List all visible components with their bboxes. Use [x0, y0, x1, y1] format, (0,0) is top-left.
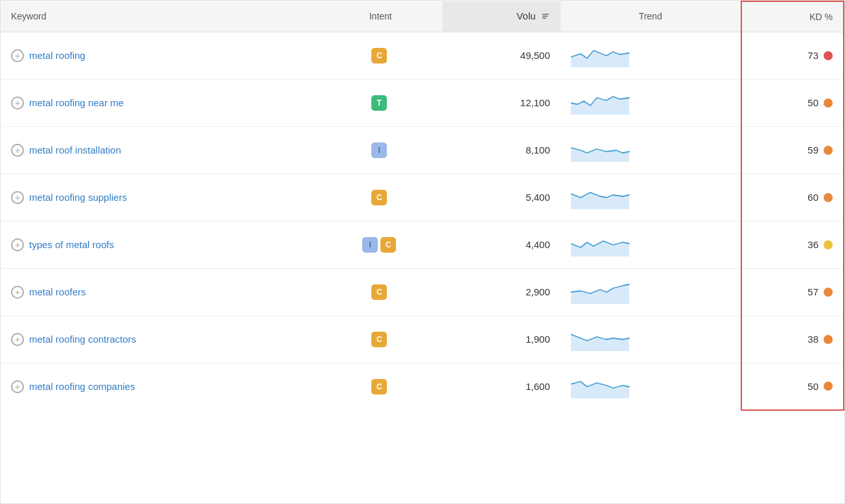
- kd-difficulty-dot: [824, 51, 833, 60]
- intent-cell: C: [318, 363, 443, 410]
- sparkline-chart: [571, 281, 632, 304]
- add-keyword-icon[interactable]: +: [11, 286, 24, 299]
- keyword-link[interactable]: metal roofing: [29, 50, 86, 61]
- kd-cell: 38: [741, 315, 844, 363]
- table-row: + metal roofing suppliers C5,400 60: [1, 174, 844, 221]
- keyword-link[interactable]: metal roofing companies: [29, 381, 135, 392]
- keyword-link[interactable]: metal roof installation: [29, 144, 121, 155]
- intent-badge-c: C: [371, 332, 387, 347]
- sparkline-chart: [571, 44, 632, 67]
- trend-cell: [561, 221, 741, 268]
- intent-cell: IC: [318, 221, 443, 268]
- kd-difficulty-dot: [824, 240, 833, 249]
- col-header-keyword: Keyword: [1, 1, 318, 32]
- trend-cell: [561, 79, 741, 126]
- col-header-trend: Trend: [561, 1, 741, 32]
- intent-badge-c: C: [371, 48, 387, 63]
- kd-difficulty-dot: [824, 146, 833, 155]
- table-row: + metal roofing near me T12,100 50: [1, 79, 844, 126]
- sparkline-chart: [571, 375, 632, 398]
- trend-cell: [561, 268, 741, 315]
- keyword-cell: + metal roofers: [1, 268, 318, 315]
- volume-sort-icon[interactable]: [541, 12, 550, 23]
- sparkline-chart: [571, 186, 632, 209]
- sparkline-chart: [571, 328, 632, 351]
- intent-cell: C: [318, 32, 443, 79]
- kd-cell: 60: [741, 174, 844, 221]
- add-keyword-icon[interactable]: +: [11, 49, 24, 62]
- volume-cell: 12,100: [443, 79, 561, 126]
- keyword-link[interactable]: types of metal roofs: [29, 239, 114, 250]
- sparkline-chart: [571, 91, 632, 115]
- kd-cell: 50: [741, 363, 844, 410]
- add-keyword-icon[interactable]: +: [11, 238, 24, 251]
- col-header-kd: KD %: [741, 1, 844, 32]
- volume-cell: 49,500: [443, 32, 561, 79]
- keyword-cell: + metal roofing: [1, 32, 318, 79]
- sparkline-chart: [571, 233, 632, 257]
- intent-badge-t: T: [371, 95, 387, 111]
- table-body: + metal roofing C49,500 73 + metal roofi…: [1, 32, 844, 410]
- kd-value: 60: [807, 192, 818, 203]
- kd-difficulty-dot: [824, 288, 833, 297]
- table-row: + metal roof installation I8,100 59: [1, 126, 844, 174]
- keyword-table-container: Keyword Intent Volu Tre: [0, 0, 845, 504]
- trend-cell: [561, 315, 741, 363]
- table-row: + metal roofing companies C1,600 50: [1, 363, 844, 410]
- keyword-cell: + types of metal roofs: [1, 221, 318, 268]
- add-keyword-icon[interactable]: +: [11, 380, 24, 393]
- kd-difficulty-dot: [824, 98, 833, 108]
- trend-cell: [561, 126, 741, 174]
- intent-cell: C: [318, 174, 443, 221]
- intent-badge-c: C: [371, 190, 387, 205]
- kd-cell: 73: [741, 32, 844, 79]
- kd-value: 38: [807, 334, 818, 345]
- add-keyword-icon[interactable]: +: [11, 333, 24, 346]
- intent-badge-i: I: [371, 143, 387, 158]
- intent-cell: C: [318, 268, 443, 315]
- table-row: + types of metal roofs IC4,400 36: [1, 221, 844, 268]
- keyword-cell: + metal roofing contractors: [1, 315, 318, 363]
- kd-difficulty-dot: [824, 335, 833, 344]
- intent-badge-c: C: [371, 284, 387, 300]
- kd-value: 73: [807, 50, 818, 61]
- keyword-link[interactable]: metal roofers: [29, 286, 86, 297]
- add-keyword-icon[interactable]: +: [11, 144, 24, 157]
- intent-cell: T: [318, 79, 443, 126]
- volume-cell: 5,400: [443, 174, 561, 221]
- intent-cell: C: [318, 315, 443, 363]
- keyword-cell: + metal roofing companies: [1, 363, 318, 410]
- kd-value: 50: [807, 381, 818, 392]
- volume-cell: 8,100: [443, 126, 561, 174]
- keyword-link[interactable]: metal roofing near me: [29, 97, 124, 108]
- kd-value: 50: [807, 97, 818, 108]
- table-header-row: Keyword Intent Volu Tre: [1, 1, 844, 32]
- volume-cell: 2,900: [443, 268, 561, 315]
- intent-cell: I: [318, 126, 443, 174]
- kd-cell: 57: [741, 268, 844, 315]
- keyword-table: Keyword Intent Volu Tre: [1, 1, 844, 411]
- volume-cell: 1,900: [443, 315, 561, 363]
- keyword-cell: + metal roof installation: [1, 126, 318, 174]
- kd-cell: 59: [741, 126, 844, 174]
- keyword-cell: + metal roofing suppliers: [1, 174, 318, 221]
- add-keyword-icon[interactable]: +: [11, 191, 24, 204]
- intent-badge-i: I: [362, 237, 378, 253]
- volume-cell: 1,600: [443, 363, 561, 410]
- kd-value: 36: [807, 239, 818, 250]
- add-keyword-icon[interactable]: +: [11, 97, 24, 109]
- table-row: + metal roofing contractors C1,900 38: [1, 315, 844, 363]
- keyword-link[interactable]: metal roofing suppliers: [29, 192, 127, 203]
- col-header-volume[interactable]: Volu: [443, 1, 561, 32]
- intent-badge-c: C: [371, 379, 387, 395]
- kd-difficulty-dot: [824, 193, 833, 202]
- intent-badge-c: C: [380, 237, 396, 253]
- table-row: + metal roofing C49,500 73: [1, 32, 844, 79]
- kd-value: 59: [807, 144, 818, 155]
- keyword-link[interactable]: metal roofing contractors: [29, 334, 136, 345]
- volume-cell: 4,400: [443, 221, 561, 268]
- keyword-cell: + metal roofing near me: [1, 79, 318, 126]
- col-header-intent: Intent: [318, 1, 443, 32]
- table-row: + metal roofers C2,900 57: [1, 268, 844, 315]
- kd-difficulty-dot: [824, 382, 833, 391]
